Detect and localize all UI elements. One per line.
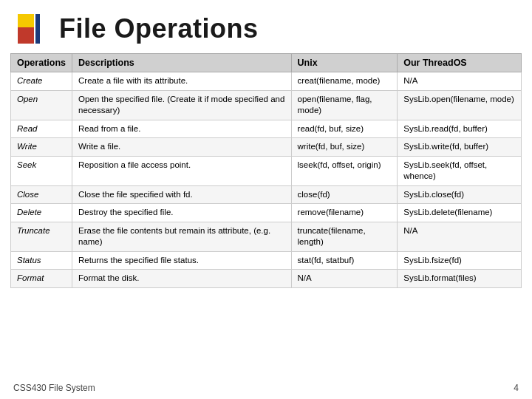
logo-icon: [18, 14, 47, 44]
cell-threados: N/A: [398, 222, 522, 251]
table-row: DeleteDestroy the specified file.remove(…: [11, 204, 522, 222]
cell-operation: Open: [11, 90, 72, 120]
cell-unix: stat(fd, statbuf): [291, 251, 398, 270]
col-header-threados: Our ThreadOS: [398, 54, 522, 72]
logo-blue-bar: [35, 14, 40, 44]
cell-threados: SysLib.delete(filename): [398, 204, 522, 222]
col-header-descriptions: Descriptions: [72, 54, 292, 72]
cell-unix: write(fd, buf, size): [291, 138, 398, 157]
table-row: FormatFormat the disk.N/ASysLib.format(f…: [11, 270, 522, 288]
slide: File Operations Operations Descriptions …: [0, 0, 532, 399]
cell-unix: lseek(fd, offset, origin): [291, 156, 398, 185]
table-row: SeekReposition a file access point.lseek…: [11, 156, 522, 185]
footer: CSS430 File System 4: [0, 383, 532, 393]
cell-description: Format the disk.: [72, 270, 292, 288]
table-row: OpenOpen the specified file. (Create it …: [11, 90, 522, 120]
cell-threados: SysLib.open(filename, mode): [398, 90, 522, 120]
cell-unix: truncate(filename, length): [291, 222, 398, 251]
operations-table: Operations Descriptions Unix Our ThreadO…: [10, 53, 522, 288]
cell-operation: Close: [11, 185, 72, 204]
cell-threados: N/A: [398, 72, 522, 91]
cell-operation: Write: [11, 138, 72, 157]
table-row: ReadRead from a file.read(fd, buf, size)…: [11, 120, 522, 138]
logo-red-square: [18, 27, 34, 44]
cell-description: Open the specified file. (Create it if m…: [72, 90, 292, 120]
cell-operation: Create: [11, 72, 72, 91]
cell-description: Erase the file contents but remain its a…: [72, 222, 292, 251]
col-header-operations: Operations: [11, 54, 72, 72]
cell-unix: close(fd): [291, 185, 398, 204]
header: File Operations: [0, 0, 532, 53]
cell-unix: read(fd, buf, size): [291, 120, 398, 138]
table-row: TruncateErase the file contents but rema…: [11, 222, 522, 251]
cell-threados: SysLib.close(fd): [398, 185, 522, 204]
cell-operation: Seek: [11, 156, 72, 185]
page-title: File Operations: [59, 13, 259, 44]
cell-unix: open(filename, flag, mode): [291, 90, 398, 120]
cell-threados: SysLib.format(files): [398, 270, 522, 288]
cell-description: Read from a file.: [72, 120, 292, 138]
table-wrapper: Operations Descriptions Unix Our ThreadO…: [0, 53, 532, 288]
cell-description: Destroy the specified file.: [72, 204, 292, 222]
table-header-row: Operations Descriptions Unix Our ThreadO…: [11, 54, 522, 72]
cell-operation: Truncate: [11, 222, 72, 251]
footer-page: 4: [514, 383, 519, 393]
cell-threados: SysLib.fsize(fd): [398, 251, 522, 270]
cell-description: Create a file with its attribute.: [72, 72, 292, 91]
table-row: WriteWrite a file.write(fd, buf, size)Sy…: [11, 138, 522, 157]
cell-threados: SysLib.seek(fd, offset, whence): [398, 156, 522, 185]
cell-description: Write a file.: [72, 138, 292, 157]
cell-operation: Status: [11, 251, 72, 270]
cell-threados: SysLib.write(fd, buffer): [398, 138, 522, 157]
cell-operation: Format: [11, 270, 72, 288]
table-row: CloseClose the file specified with fd.cl…: [11, 185, 522, 204]
cell-operation: Read: [11, 120, 72, 138]
cell-unix: N/A: [291, 270, 398, 288]
cell-unix: creat(filename, mode): [291, 72, 398, 91]
cell-description: Reposition a file access point.: [72, 156, 292, 185]
table-row: StatusReturns the specified file status.…: [11, 251, 522, 270]
cell-description: Close the file specified with fd.: [72, 185, 292, 204]
cell-unix: remove(filename): [291, 204, 398, 222]
cell-operation: Delete: [11, 204, 72, 222]
cell-threados: SysLib.read(fd, buffer): [398, 120, 522, 138]
cell-description: Returns the specified file status.: [72, 251, 292, 270]
table-row: CreateCreate a file with its attribute.c…: [11, 72, 522, 91]
col-header-unix: Unix: [291, 54, 398, 72]
footer-course: CSS430 File System: [13, 383, 95, 393]
